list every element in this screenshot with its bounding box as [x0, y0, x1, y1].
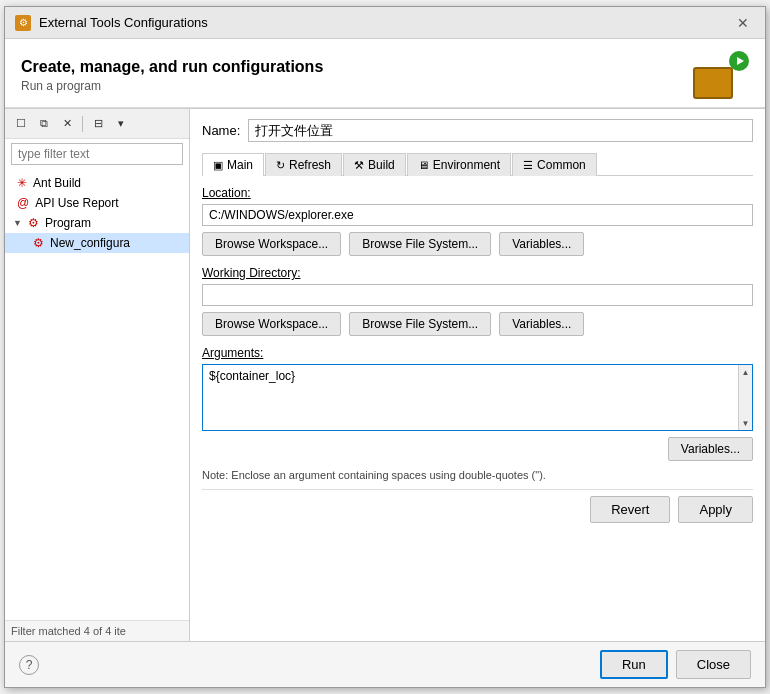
- browse-workspace-2-button[interactable]: Browse Workspace...: [202, 312, 341, 336]
- delete-config-button[interactable]: ✕: [57, 114, 77, 134]
- main-tab-icon: ▣: [213, 159, 223, 172]
- toolbar-separator: [82, 116, 83, 132]
- tree-item-ant-build[interactable]: ✳ Ant Build: [5, 173, 189, 193]
- sidebar: ☐ ⧉ ✕ ⊟ ▾ ✳ Ant Build @ API Use Report ▼: [5, 109, 190, 641]
- new-configura-icon: ⚙: [33, 236, 44, 250]
- working-dir-label: Working Directory:: [202, 266, 753, 280]
- close-button[interactable]: Close: [676, 650, 751, 679]
- tab-main[interactable]: ▣ Main: [202, 153, 264, 176]
- window-close-button[interactable]: ✕: [731, 13, 755, 33]
- environment-tab-label: Environment: [433, 158, 500, 172]
- duplicate-config-button[interactable]: ⧉: [34, 114, 54, 134]
- program-label: Program: [45, 216, 91, 230]
- sidebar-status: Filter matched 4 of 4 ite: [5, 620, 189, 641]
- location-label: Location:: [202, 186, 753, 200]
- scroll-down-arrow[interactable]: ▼: [741, 418, 751, 428]
- program-icon: ⚙: [28, 216, 39, 230]
- working-dir-input[interactable]: [202, 284, 753, 306]
- location-input[interactable]: [202, 204, 753, 226]
- expand-button[interactable]: ▾: [111, 114, 131, 134]
- main-content: ☐ ⧉ ✕ ⊟ ▾ ✳ Ant Build @ API Use Report ▼: [5, 108, 765, 641]
- tab-build[interactable]: ⚒ Build: [343, 153, 406, 176]
- ant-build-label: Ant Build: [33, 176, 81, 190]
- browse-filesystem-1-button[interactable]: Browse File System...: [349, 232, 491, 256]
- dialog-title: External Tools Configurations: [39, 15, 208, 30]
- scrollbar-track: ▲ ▼: [738, 365, 752, 430]
- location-btn-row: Browse Workspace... Browse File System..…: [202, 232, 753, 256]
- dialog-icon: ⚙: [15, 15, 31, 31]
- tabs-container: ▣ Main ↻ Refresh ⚒ Build 🖥 Environment ☰: [202, 152, 753, 176]
- header-section: Create, manage, and run configurations R…: [5, 39, 765, 108]
- refresh-tab-icon: ↻: [276, 159, 285, 172]
- toolbox-icon: [693, 67, 733, 99]
- refresh-tab-label: Refresh: [289, 158, 331, 172]
- revert-button[interactable]: Revert: [590, 496, 670, 523]
- tab-common[interactable]: ☰ Common: [512, 153, 597, 176]
- tab-refresh[interactable]: ↻ Refresh: [265, 153, 342, 176]
- variables-1-button[interactable]: Variables...: [499, 232, 584, 256]
- tree-item-program[interactable]: ▼ ⚙ Program: [5, 213, 189, 233]
- name-input[interactable]: [248, 119, 753, 142]
- filter-input[interactable]: [11, 143, 183, 165]
- scroll-up-arrow[interactable]: ▲: [741, 367, 751, 377]
- arguments-textarea[interactable]: ${container_loc}: [203, 365, 738, 430]
- dialog-footer: ? Run Close: [5, 641, 765, 687]
- tree-item-new-configura[interactable]: ⚙ New_configura: [5, 233, 189, 253]
- variables-3-button[interactable]: Variables...: [668, 437, 753, 461]
- working-dir-btn-row: Browse Workspace... Browse File System..…: [202, 312, 753, 336]
- api-use-report-icon: @: [17, 196, 29, 210]
- collapse-all-button[interactable]: ⊟: [88, 114, 108, 134]
- build-tab-icon: ⚒: [354, 159, 364, 172]
- browse-filesystem-2-button[interactable]: Browse File System...: [349, 312, 491, 336]
- browse-workspace-1-button[interactable]: Browse Workspace...: [202, 232, 341, 256]
- header-subtext: Run a program: [21, 79, 323, 93]
- api-use-report-label: API Use Report: [35, 196, 118, 210]
- name-label: Name:: [202, 123, 240, 138]
- run-button[interactable]: Run: [600, 650, 668, 679]
- variables-2-button[interactable]: Variables...: [499, 312, 584, 336]
- header-left: Create, manage, and run configurations R…: [21, 58, 323, 93]
- new-configura-label: New_configura: [50, 236, 130, 250]
- tab-environment[interactable]: 🖥 Environment: [407, 153, 511, 176]
- header-icon: [693, 51, 749, 99]
- sidebar-toolbar: ☐ ⧉ ✕ ⊟ ▾: [5, 109, 189, 139]
- build-tab-label: Build: [368, 158, 395, 172]
- apply-button[interactable]: Apply: [678, 496, 753, 523]
- main-tab-label: Main: [227, 158, 253, 172]
- tree-area: ✳ Ant Build @ API Use Report ▼ ⚙ Program…: [5, 169, 189, 620]
- new-config-button[interactable]: ☐: [11, 114, 31, 134]
- common-tab-label: Common: [537, 158, 586, 172]
- name-row: Name:: [202, 119, 753, 142]
- ant-build-icon: ✳: [17, 176, 27, 190]
- arguments-label: Arguments:: [202, 346, 753, 360]
- footer-buttons: Run Close: [600, 650, 751, 679]
- common-tab-icon: ☰: [523, 159, 533, 172]
- right-panel: Name: ▣ Main ↻ Refresh ⚒ Build 🖥: [190, 109, 765, 641]
- tree-item-api-use-report[interactable]: @ API Use Report: [5, 193, 189, 213]
- dialog-container: ⚙ External Tools Configurations ✕ Create…: [4, 6, 766, 688]
- bottom-actions: Revert Apply: [202, 489, 753, 529]
- header-heading: Create, manage, and run configurations: [21, 58, 323, 76]
- environment-tab-icon: 🖥: [418, 159, 429, 171]
- title-bar: ⚙ External Tools Configurations ✕: [5, 7, 765, 39]
- title-bar-left: ⚙ External Tools Configurations: [15, 15, 208, 31]
- tab-content-main: Location: Browse Workspace... Browse Fil…: [202, 186, 753, 529]
- help-button[interactable]: ?: [19, 655, 39, 675]
- tree-expand-icon: ▼: [13, 218, 22, 228]
- arguments-wrapper: ${container_loc} ▲ ▼: [202, 364, 753, 431]
- note-text: Note: Enclose an argument containing spa…: [202, 469, 753, 481]
